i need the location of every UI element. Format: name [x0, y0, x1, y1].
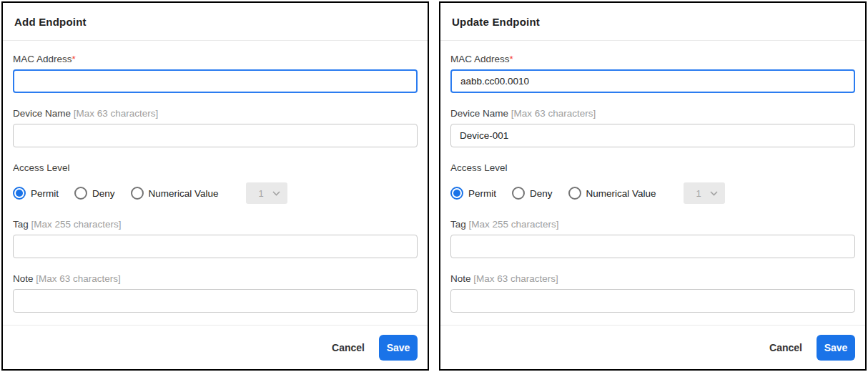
tag-label-text: Tag [13, 219, 29, 230]
dialog-header: Add Endpoint [3, 3, 428, 41]
radio-permit[interactable]: Permit [450, 187, 496, 200]
radio-selected-icon [13, 187, 26, 200]
dropdown-value: 1 [696, 188, 701, 199]
device-name-hint: [Max 63 characters] [511, 108, 596, 119]
device-name-label-text: Device Name [450, 108, 508, 119]
radio-selected-icon [450, 187, 463, 200]
device-name-hint: [Max 63 characters] [74, 108, 159, 119]
mac-address-field-group: MAC Address* [13, 54, 418, 93]
note-label: Note [Max 63 characters] [450, 273, 855, 284]
chevron-down-icon [710, 191, 718, 196]
tag-field-group: Tag [Max 255 characters] [13, 219, 418, 258]
access-level-field-group: Access Level Permit Deny Numerical Value… [450, 162, 855, 204]
dialog-header: Update Endpoint [440, 3, 865, 41]
note-field-group: Note [Max 63 characters] [13, 273, 418, 313]
add-endpoint-dialog: Add Endpoint MAC Address* Device Name [M… [1, 1, 429, 371]
radio-unselected-icon [512, 187, 525, 200]
device-name-input[interactable] [450, 124, 855, 147]
required-asterisk: * [510, 54, 513, 64]
radio-deny[interactable]: Deny [512, 187, 553, 200]
device-name-field-group: Device Name [Max 63 characters] [450, 108, 855, 147]
radio-unselected-icon [131, 187, 144, 200]
numerical-value-dropdown[interactable]: 1 [246, 182, 287, 204]
dialog-body: MAC Address* Device Name [Max 63 charact… [440, 41, 865, 325]
note-field-group: Note [Max 63 characters] [450, 273, 855, 313]
device-name-label-text: Device Name [13, 108, 71, 119]
note-label-text: Note [13, 273, 34, 284]
device-name-field-group: Device Name [Max 63 characters] [13, 108, 418, 147]
radio-permit[interactable]: Permit [13, 187, 59, 200]
dialog-title: Add Endpoint [14, 16, 87, 28]
radio-permit-label: Permit [468, 188, 496, 199]
mac-address-label-text: MAC Address [450, 54, 510, 64]
access-level-label: Access Level [13, 162, 418, 173]
tag-input[interactable] [450, 235, 855, 258]
tag-label-text: Tag [450, 219, 466, 230]
radio-numerical-value-label: Numerical Value [586, 188, 656, 199]
dialog-body: MAC Address* Device Name [Max 63 charact… [3, 41, 428, 325]
dialog-title: Update Endpoint [452, 16, 540, 28]
required-asterisk: * [72, 54, 76, 64]
cancel-button[interactable]: Cancel [762, 336, 809, 359]
save-button[interactable]: Save [817, 335, 855, 361]
update-endpoint-dialog: Update Endpoint MAC Address* Device Name… [439, 1, 867, 371]
device-name-input[interactable] [13, 124, 418, 147]
radio-numerical-value[interactable]: Numerical Value [568, 187, 656, 200]
device-name-label: Device Name [Max 63 characters] [13, 108, 418, 119]
mac-address-label: MAC Address* [13, 54, 418, 64]
numerical-value-dropdown[interactable]: 1 [684, 182, 725, 204]
radio-unselected-icon [74, 187, 87, 200]
tag-label: Tag [Max 255 characters] [13, 219, 418, 230]
dropdown-value: 1 [259, 188, 264, 199]
radio-unselected-icon [568, 187, 581, 200]
tag-hint: [Max 255 characters] [469, 219, 559, 230]
note-hint: [Max 63 characters] [36, 273, 121, 284]
device-name-label: Device Name [Max 63 characters] [450, 108, 855, 119]
tag-field-group: Tag [Max 255 characters] [450, 219, 855, 258]
dialog-footer: Cancel Save [440, 325, 865, 369]
note-hint: [Max 63 characters] [473, 273, 558, 284]
mac-address-input[interactable] [450, 69, 855, 93]
note-label-text: Note [450, 273, 471, 284]
radio-deny-label: Deny [92, 188, 115, 199]
access-level-field-group: Access Level Permit Deny Numerical Value… [13, 162, 418, 204]
tag-hint: [Max 255 characters] [31, 219, 122, 230]
dialog-footer: Cancel Save [3, 325, 428, 369]
cancel-button[interactable]: Cancel [325, 336, 372, 359]
note-input[interactable] [450, 289, 855, 313]
radio-numerical-value[interactable]: Numerical Value [131, 187, 219, 200]
mac-address-input[interactable] [13, 69, 418, 93]
note-label: Note [Max 63 characters] [13, 273, 418, 284]
note-input[interactable] [13, 289, 418, 313]
chevron-down-icon [272, 191, 280, 196]
save-button[interactable]: Save [379, 335, 418, 361]
radio-numerical-value-label: Numerical Value [149, 188, 219, 199]
access-level-radio-group: Permit Deny Numerical Value 1 [450, 182, 855, 204]
access-level-label: Access Level [450, 162, 855, 173]
radio-deny-label: Deny [530, 188, 553, 199]
radio-permit-label: Permit [31, 188, 59, 199]
mac-address-field-group: MAC Address* [450, 54, 855, 93]
tag-label: Tag [Max 255 characters] [450, 219, 855, 230]
tag-input[interactable] [13, 235, 418, 258]
radio-deny[interactable]: Deny [74, 187, 115, 200]
mac-address-label: MAC Address* [450, 54, 855, 64]
mac-address-label-text: MAC Address [13, 54, 72, 64]
access-level-radio-group: Permit Deny Numerical Value 1 [13, 182, 418, 204]
